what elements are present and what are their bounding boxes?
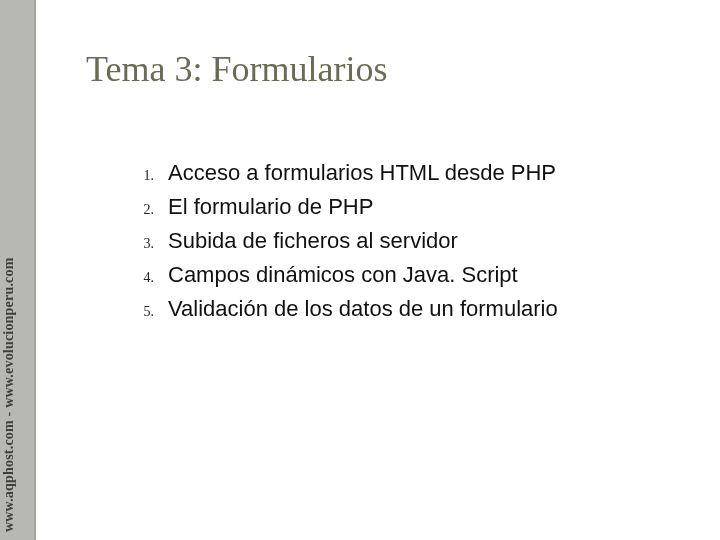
sidebar-label: www.aqphost.com - www.evolucionperu.com [1, 0, 17, 532]
list-item: 2. El formulario de PHP [116, 194, 680, 220]
list-item: 4. Campos dinámicos con Java. Script [116, 262, 680, 288]
list-item: 3. Subida de ficheros al servidor [116, 228, 680, 254]
list-item-text: Acceso a formularios HTML desde PHP [168, 160, 556, 186]
list-item-text: Validación de los datos de un formulario [168, 296, 558, 322]
list-item-number: 5. [116, 304, 168, 320]
list-item: 1. Acceso a formularios HTML desde PHP [116, 160, 680, 186]
list-item-text: Subida de ficheros al servidor [168, 228, 458, 254]
list-item-number: 2. [116, 202, 168, 218]
topic-list: 1. Acceso a formularios HTML desde PHP 2… [116, 160, 680, 330]
list-item-number: 3. [116, 236, 168, 252]
sidebar-strip: www.aqphost.com - www.evolucionperu.com [0, 0, 36, 540]
list-item-number: 1. [116, 168, 168, 184]
sidebar-label-wrap: www.aqphost.com - www.evolucionperu.com [0, 0, 34, 540]
slide: www.aqphost.com - www.evolucionperu.com … [0, 0, 720, 540]
list-item-text: El formulario de PHP [168, 194, 373, 220]
slide-title: Tema 3: Formularios [86, 48, 387, 90]
list-item-text: Campos dinámicos con Java. Script [168, 262, 518, 288]
list-item-number: 4. [116, 270, 168, 286]
list-item: 5. Validación de los datos de un formula… [116, 296, 680, 322]
